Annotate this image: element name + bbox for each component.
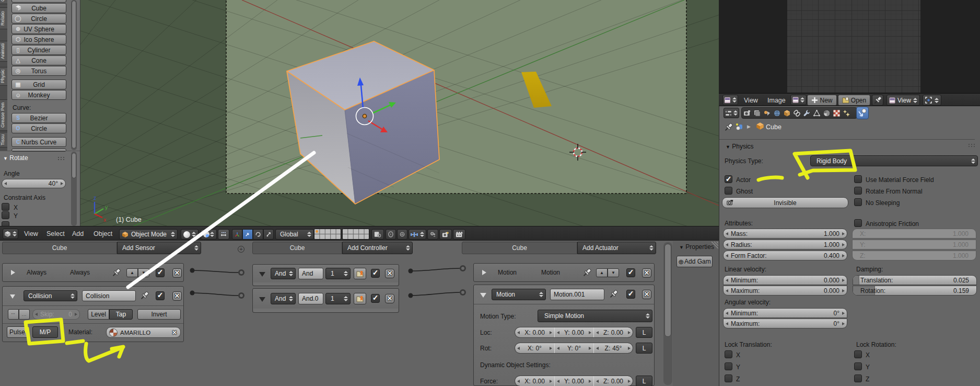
- svg-text:z: z: [94, 195, 96, 201]
- svg-text:y: y: [105, 204, 108, 210]
- svg-text:x: x: [103, 217, 107, 223]
- svg-text:(1) Cube: (1) Cube: [116, 216, 142, 223]
